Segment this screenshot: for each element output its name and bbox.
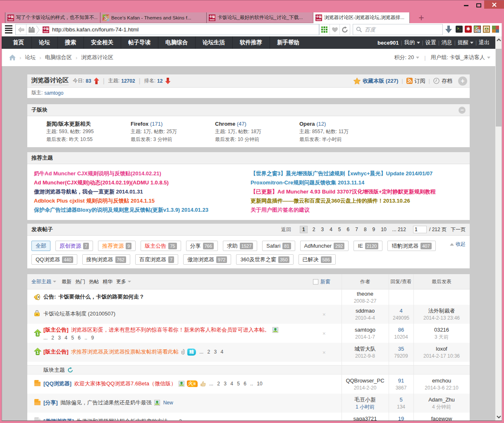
close-button[interactable] xyxy=(484,0,504,9)
recommended-link[interactable]: Ad Muncher(CJX规则)动态(2014.02.19)(ADMU 1.0… xyxy=(34,178,208,187)
thread-title[interactable]: 为傲游和视频网站想个折中权变的方法 xyxy=(76,418,168,421)
thread-title[interactable]: 欢迎大家体验QQ浏览器7.6Beta（微信版） xyxy=(74,380,176,387)
nav-item-computer[interactable]: 电脑综合 xyxy=(158,36,195,49)
scrollbar-thumb[interactable] xyxy=(496,49,502,127)
thread-prefix[interactable]: [版主公告] xyxy=(43,326,69,334)
refresh-section-icon[interactable] xyxy=(67,367,73,373)
thread-author[interactable]: 城管大队 xyxy=(342,345,389,353)
sort-hotpost[interactable]: 热帖 xyxy=(89,278,99,285)
url-text[interactable]: http://bbs.kafan.cn/forum-74-1.html xyxy=(52,26,139,33)
archive-link[interactable]: 存档 xyxy=(442,77,452,85)
thread-pages[interactable]: ... 2 3 4 5 6 .. 9 xyxy=(43,335,94,341)
recommended-link[interactable]: 傲游浏览器导航帖，我会一直更新 2014.01.31 xyxy=(34,187,208,196)
sort-digest[interactable]: 精华 xyxy=(103,278,112,285)
recommended-link[interactable]: 关于用户图片签名的建议 xyxy=(251,206,435,215)
filter-chip[interactable]: QQ浏览器440 xyxy=(31,254,77,265)
thread-title[interactable]: 抛除偏见，广告过滤果然还是奶牛最强 xyxy=(60,399,152,406)
recommended-link[interactable]: Adblock Plus cjxlist 规则说明与反馈贴 2014.1.15 xyxy=(34,196,208,206)
thread-pages[interactable]: ... 2 3 4 5 6 .. 10 xyxy=(209,381,263,387)
next-page-link[interactable]: 下一页 xyxy=(451,226,466,233)
sort-all-dropdown[interactable]: 全部主题 xyxy=(31,278,56,285)
recommended-link[interactable]: 更新网盘插件——微云和百度云及360云盘上传的插件！2013.10.26 xyxy=(251,196,435,206)
home-icon[interactable] xyxy=(9,55,16,61)
last-poster[interactable]: emchou xyxy=(413,377,470,385)
nav-item-forum[interactable]: 论坛 xyxy=(31,36,57,49)
breadcrumb-forum[interactable]: 论坛 xyxy=(25,54,36,61)
recommended-link[interactable]: 保护伞广告过滤器Bloxy的说明及规则意见反馈帖(更新v1.3.9) 2014.… xyxy=(34,206,208,215)
nav-item-life[interactable]: 论坛生活 xyxy=(195,36,232,49)
close-thread-icon[interactable]: × xyxy=(322,330,326,337)
last-poster[interactable]: 03216 xyxy=(413,326,470,334)
page-link[interactable]: 4 xyxy=(330,227,332,232)
page-icon[interactable] xyxy=(29,26,35,33)
page-link[interactable]: 2 xyxy=(313,227,315,232)
collapse-circle-button[interactable]: − xyxy=(459,107,466,114)
filter-chip[interactable]: IE2120 xyxy=(354,241,382,251)
filter-chip[interactable]: 百度浏览器7 xyxy=(135,254,178,265)
my-menu[interactable]: 我的 xyxy=(404,39,420,46)
thread-title[interactable]: 求推荐浏览器及浏览器投票帖发帖前请看此帖 xyxy=(71,348,179,356)
close-thread-icon[interactable]: × xyxy=(322,349,326,356)
nav-item-security[interactable]: 安全相关 xyxy=(84,36,121,49)
nav-item-newbie[interactable]: 新手帮助 xyxy=(270,36,307,49)
thread-prefix[interactable]: [QQ浏览器] xyxy=(43,380,72,387)
sort-hot[interactable]: 热门 xyxy=(75,278,85,285)
filter-chip[interactable]: Safari81 xyxy=(262,241,295,251)
favorites-button[interactable] xyxy=(330,24,340,35)
thread-author[interactable]: QQBrowser_PC xyxy=(342,377,389,385)
thread-prefix[interactable]: [傲游浏览器] xyxy=(43,418,74,421)
favorite-link[interactable]: 收藏本版 (227) xyxy=(363,77,398,85)
filter-chip[interactable]: 版主公告75 xyxy=(141,241,181,251)
minimize-button[interactable] xyxy=(459,2,473,9)
back-link[interactable]: 返回 xyxy=(281,226,291,233)
close-thread-icon[interactable]: × xyxy=(322,311,326,318)
page-link[interactable]: 5 xyxy=(338,227,341,232)
refresh-button[interactable] xyxy=(340,24,350,35)
browser-tab-2[interactable]: S Bece's Kafan - Themes and Skins f... xyxy=(100,12,206,23)
filter-chip[interactable]: 原创资源7 xyxy=(55,241,93,251)
recommended-link[interactable]: 【世界之窗3】晨光增强版广告过滤规则【xwhyc+晨光】Update 2014/… xyxy=(251,169,435,178)
apps-grid-button[interactable] xyxy=(320,24,330,35)
page-link[interactable]: 7 xyxy=(355,227,358,232)
expand-circle-button[interactable]: + xyxy=(458,76,467,86)
thread-author[interactable]: saga3721 xyxy=(342,415,389,421)
nav-item-home[interactable]: 首页 xyxy=(5,36,31,49)
thread-author[interactable]: 毛豆小新 xyxy=(342,396,389,404)
alerts-menu[interactable]: 提醒 xyxy=(458,39,473,46)
thread-prefix[interactable]: [分享] xyxy=(43,399,58,406)
page-link[interactable]: 9 xyxy=(373,227,375,232)
page-active[interactable]: 1 xyxy=(300,226,308,233)
stylish-extension-icon[interactable]: S xyxy=(474,26,481,33)
page-link[interactable]: 3 xyxy=(321,227,324,232)
browser-tab-3[interactable]: 卡饭 卡饭论坛_最好的软件论坛_讨论_下载... xyxy=(206,12,313,23)
page-link[interactable]: 8 xyxy=(364,227,367,232)
username[interactable]: bece901 xyxy=(377,40,399,46)
page-jump-input[interactable] xyxy=(413,226,427,233)
asterisk-extension-icon[interactable]: ✱ xyxy=(465,26,472,33)
download-arrow-icon[interactable] xyxy=(445,25,452,33)
score-dropdown[interactable]: 积分: 20 xyxy=(394,54,419,61)
usergroup-dropdown[interactable]: 用户组: 卡饭_来访客人 xyxy=(431,54,490,61)
page-link[interactable]: 6 xyxy=(347,227,350,232)
filter-chip[interactable]: 求助1527 xyxy=(223,241,257,251)
filter-chip[interactable]: 猎豹浏览器407 xyxy=(387,241,435,251)
thread-prefix[interactable]: [版主公告] xyxy=(43,348,69,356)
thread-author[interactable]: sddmao xyxy=(342,307,389,315)
thread-title[interactable]: 卡饭论坛基本制度 (20100507) xyxy=(43,310,115,318)
filter-chip[interactable]: 360及世界之窗350 xyxy=(236,254,293,265)
filter-chip[interactable]: 分享766 xyxy=(186,241,218,251)
sort-more-dropdown[interactable]: 更多 xyxy=(116,278,131,285)
settings-link[interactable]: 设置 xyxy=(425,39,436,46)
scroll-down-arrow[interactable] xyxy=(495,413,502,421)
last-poster[interactable]: 法外制裁者 xyxy=(413,307,470,315)
breadcrumb-current[interactable]: 浏览器讨论区 xyxy=(81,54,113,61)
moderator-link[interactable]: samtogo xyxy=(44,90,63,96)
page-ellipsis[interactable]: ... 212 xyxy=(392,227,406,232)
browser-tab-1[interactable]: 卡饭 写了个卡饭论坛的样式，也不知算不... xyxy=(5,12,100,23)
last-poster[interactable]: facewow xyxy=(413,415,470,421)
subscribe-link[interactable]: 订阅 xyxy=(415,77,425,85)
page-link[interactable]: 10 xyxy=(381,227,386,232)
nav-item-software[interactable]: 软件推荐 xyxy=(232,36,270,49)
new-window-checkbox[interactable] xyxy=(313,279,318,284)
last-poster[interactable]: loxof xyxy=(413,345,470,353)
